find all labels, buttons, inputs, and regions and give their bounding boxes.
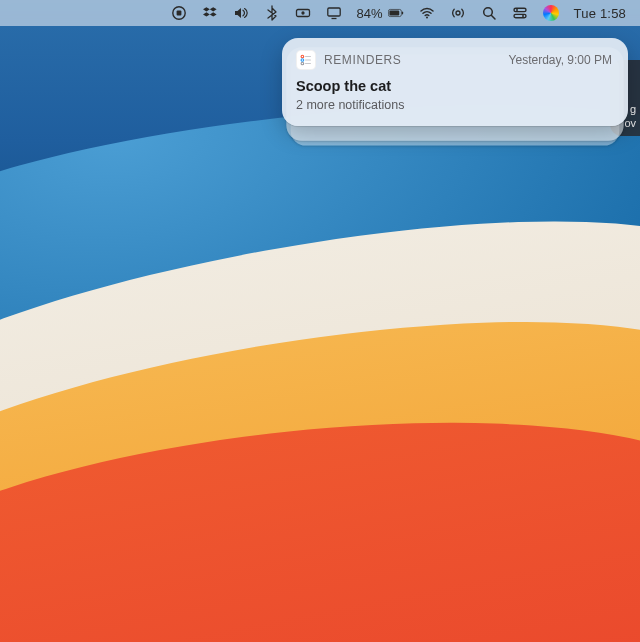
svg-rect-16 [305,56,311,57]
wifi-icon[interactable] [419,0,435,26]
svg-point-13 [516,9,518,11]
reminders-app-icon [296,50,316,70]
svg-rect-20 [305,63,311,64]
notification-app-name: REMINDERS [324,53,401,67]
display-icon[interactable] [326,0,342,26]
battery-status[interactable]: 84% [357,0,404,26]
svg-rect-7 [389,10,399,15]
notification-card[interactable]: REMINDERS Yesterday, 9:00 PM Scoop the c… [282,38,628,126]
widget-peek-text: g [630,102,636,116]
dropbox-icon[interactable] [202,0,218,26]
svg-rect-1 [176,11,181,16]
svg-point-8 [426,17,428,19]
svg-rect-11 [514,8,526,11]
notification-stack[interactable]: REMINDERS Yesterday, 9:00 PM Scoop the c… [282,38,628,126]
siri-icon[interactable] [543,0,559,26]
volume-icon[interactable] [233,0,249,26]
svg-rect-6 [401,12,402,15]
svg-rect-4 [327,8,339,16]
svg-point-3 [302,12,304,14]
notification-title: Scoop the cat [296,78,612,94]
svg-point-15 [301,55,304,58]
menu-bar: 84% Tue 1:58 [0,0,640,26]
svg-rect-12 [514,14,526,17]
control-center-icon[interactable] [512,0,528,26]
keyboard-brightness-icon[interactable] [295,0,311,26]
svg-rect-18 [305,59,311,60]
svg-point-14 [522,15,524,17]
svg-point-9 [456,11,460,15]
notification-timestamp: Yesterday, 9:00 PM [509,53,612,67]
notification-more-count: 2 more notifications [296,98,612,112]
battery-icon [388,5,404,21]
battery-percent-text: 84% [357,6,383,21]
menu-bar-clock[interactable]: Tue 1:58 [574,0,626,26]
bluetooth-icon[interactable] [264,0,280,26]
airdrop-icon[interactable] [450,0,466,26]
svg-point-17 [301,59,304,62]
svg-point-19 [301,62,304,65]
spotlight-icon[interactable] [481,0,497,26]
screen-record-icon[interactable] [171,0,187,26]
